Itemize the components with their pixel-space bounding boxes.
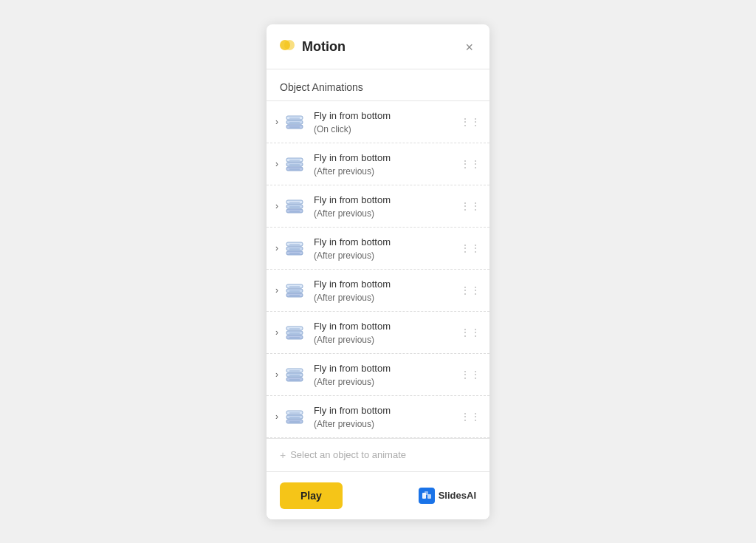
animation-text: Fly in from bottom (On click) [314,109,456,135]
slides-ai-branding: SlidesAI [419,488,476,504]
svg-rect-21 [286,247,303,250]
drag-handle-icon[interactable]: ⋮⋮ [460,284,481,296]
animation-text: Fly in from bottom (After previous) [314,193,456,219]
svg-rect-15 [286,205,303,208]
svg-rect-39 [286,373,303,377]
svg-rect-46 [286,411,303,414]
motion-icon [278,36,296,58]
animation-name-line1: Fly in from bottom [314,110,391,121]
animation-text: Fly in from bottom (After previous) [314,235,456,262]
drag-handle-icon[interactable]: ⋮⋮ [460,411,481,423]
svg-rect-44 [286,420,303,423]
animation-item[interactable]: › Fly in from bottom (After previous) ⋮⋮ [267,228,489,270]
plus-icon: + [280,449,286,461]
animation-text: Fly in from bottom (After previous) [314,403,456,430]
svg-rect-3 [286,120,303,124]
svg-rect-16 [286,200,303,204]
drag-handle-icon[interactable]: ⋮⋮ [460,116,481,128]
animation-item[interactable]: › Fly in from bottom (After previous) ⋮⋮ [267,270,489,312]
header-left: Motion [278,36,346,58]
animation-trigger: (After previous) [314,208,374,219]
animation-thumbnail [283,110,306,134]
svg-rect-32 [286,335,303,339]
chevron-right-icon: › [275,117,278,127]
animation-trigger: (After previous) [314,419,374,429]
drag-handle-icon[interactable]: ⋮⋮ [460,158,481,170]
svg-rect-4 [286,116,303,120]
svg-rect-38 [286,378,303,381]
drag-handle-icon[interactable]: ⋮⋮ [460,369,481,380]
animation-list: › Fly in from bottom (On click) ⋮⋮ › [267,101,489,438]
animation-trigger: (On click) [314,124,351,134]
svg-rect-33 [286,331,303,335]
drag-handle-icon[interactable]: ⋮⋮ [460,327,481,338]
svg-rect-52 [425,491,428,495]
animation-thumbnail [283,321,306,344]
panel-header: Motion × [267,24,489,69]
play-button[interactable]: Play [280,482,343,509]
animation-text: Fly in from bottom (After previous) [314,151,456,177]
animation-item[interactable]: › Fly in from bottom (After previous) ⋮⋮ [267,354,489,396]
motion-panel: Motion × Object Animations › Fly in from… [267,24,489,519]
animation-name-line1: Fly in from bottom [314,152,391,163]
chevron-right-icon: › [275,327,278,338]
add-object-label: Select an object to animate [290,449,406,460]
animation-name-line1: Fly in from bottom [314,279,391,290]
animation-text: Fly in from bottom (After previous) [314,277,456,304]
drag-handle-icon[interactable]: ⋮⋮ [460,242,481,254]
animation-item[interactable]: › Fly in from bottom (After previous) ⋮⋮ [267,312,489,354]
animation-trigger: (After previous) [314,335,374,345]
animation-thumbnail [283,363,306,386]
svg-rect-27 [286,289,303,293]
svg-rect-14 [286,209,303,213]
animation-trigger: (After previous) [314,250,374,261]
animation-trigger: (After previous) [314,166,374,177]
svg-rect-22 [286,242,303,246]
panel-footer: Play SlidesAI [267,471,489,519]
chevron-right-icon: › [275,285,278,296]
animation-name-line1: Fly in from bottom [314,236,391,247]
animation-trigger: (After previous) [314,293,374,303]
animation-name-line1: Fly in from bottom [314,321,391,332]
animation-thumbnail [283,405,306,428]
svg-rect-8 [286,167,303,171]
slides-ai-label: SlidesAI [439,490,476,501]
animation-trigger: (After previous) [314,377,374,387]
chevron-right-icon: › [275,159,278,169]
chevron-right-icon: › [275,411,278,422]
animation-thumbnail [283,194,306,218]
svg-rect-34 [286,327,303,330]
svg-rect-2 [286,125,303,129]
animation-thumbnail [283,279,306,302]
svg-rect-26 [286,293,303,297]
animation-name-line1: Fly in from bottom [314,194,391,205]
close-button[interactable]: × [462,39,476,55]
animation-text: Fly in from bottom (After previous) [314,361,456,388]
animation-item[interactable]: › Fly in from bottom (After previous) ⋮⋮ [267,185,489,228]
animation-item[interactable]: › Fly in from bottom (After previous) ⋮⋮ [267,396,489,438]
animation-thumbnail [283,152,306,176]
chevron-right-icon: › [275,243,278,253]
chevron-right-icon: › [275,369,278,380]
slides-ai-icon [419,488,435,504]
svg-rect-9 [286,163,303,166]
drag-handle-icon[interactable]: ⋮⋮ [460,200,481,212]
animation-text: Fly in from bottom (After previous) [314,319,456,346]
panel-title: Motion [302,39,346,55]
svg-rect-51 [427,494,431,499]
chevron-right-icon: › [275,201,278,211]
svg-rect-40 [286,369,303,372]
animation-thumbnail [283,236,306,260]
svg-rect-20 [286,251,303,255]
animation-item[interactable]: › Fly in from bottom (After previous) ⋮⋮ [267,143,489,185]
animation-item[interactable]: › Fly in from bottom (On click) ⋮⋮ [267,101,489,143]
svg-rect-28 [286,284,303,288]
svg-point-1 [284,40,295,50]
svg-rect-45 [286,415,303,419]
section-label: Object Animations [267,69,489,101]
animation-name-line1: Fly in from bottom [314,405,391,416]
animation-name-line1: Fly in from bottom [314,363,391,374]
add-object-row: + Select an object to animate [267,438,489,471]
svg-rect-10 [286,158,303,162]
